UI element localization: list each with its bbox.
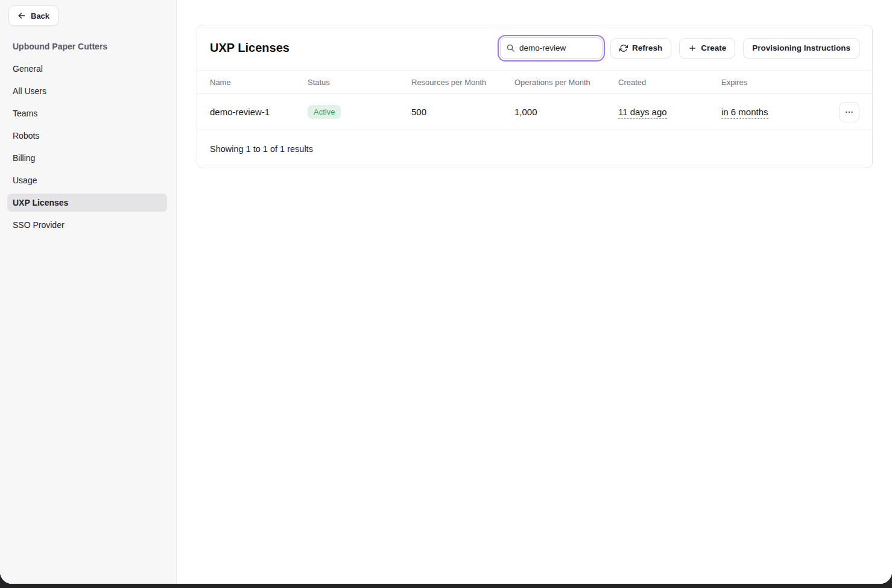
arrow-left-icon <box>17 11 26 20</box>
back-button[interactable]: Back <box>8 5 59 26</box>
sidebar-item-sso-provider[interactable]: SSO Provider <box>0 216 176 234</box>
column-header-created: Created <box>618 78 721 87</box>
sidebar: Back Upbound Paper Cutters General All U… <box>0 0 177 584</box>
refresh-icon <box>619 44 628 52</box>
expires-value[interactable]: in 6 months <box>721 107 768 119</box>
results-summary: Showing 1 to 1 of 1 results <box>210 144 313 154</box>
license-name: demo-review-1 <box>210 107 308 117</box>
column-header-resources: Resources per Month <box>411 78 514 87</box>
card-footer: Showing 1 to 1 of 1 results <box>197 130 872 168</box>
column-header-expires: Expires <box>721 78 824 87</box>
card-header: UXP Licenses Refresh <box>197 25 872 71</box>
create-button-label: Create <box>701 43 726 52</box>
operations-per-month-value: 1,000 <box>514 107 618 117</box>
search-input[interactable] <box>500 37 603 59</box>
actions-cell <box>839 102 859 122</box>
status-badge: Active <box>308 105 341 119</box>
column-header-name: Name <box>210 78 308 87</box>
back-button-label: Back <box>31 11 49 21</box>
table-row: demo-review-1 Active 500 1,000 11 days a… <box>197 94 872 130</box>
sidebar-item-robots[interactable]: Robots <box>0 127 176 145</box>
app-window: Back Upbound Paper Cutters General All U… <box>0 0 892 584</box>
sidebar-item-billing[interactable]: Billing <box>0 149 176 167</box>
created-value[interactable]: 11 days ago <box>618 107 667 119</box>
created-cell: 11 days ago <box>618 107 721 117</box>
column-header-status: Status <box>308 78 411 87</box>
page-title: UXP Licenses <box>210 41 289 55</box>
main-content: UXP Licenses Refresh <box>177 0 892 584</box>
refresh-button-label: Refresh <box>632 43 662 52</box>
sidebar-nav: General All Users Teams Robots Billing U… <box>0 60 176 234</box>
sidebar-item-general[interactable]: General <box>0 60 176 78</box>
plus-icon <box>688 44 697 52</box>
refresh-button[interactable]: Refresh <box>610 38 671 58</box>
uxp-licenses-card: UXP Licenses Refresh <box>197 25 873 168</box>
expires-cell: in 6 months <box>721 107 824 117</box>
provisioning-instructions-label: Provisioning Instructions <box>752 43 850 52</box>
ellipsis-icon <box>844 107 854 117</box>
org-name-heading: Upbound Paper Cutters <box>13 42 163 51</box>
status-cell: Active <box>308 105 411 119</box>
search-box <box>500 37 603 59</box>
create-button[interactable]: Create <box>679 38 735 58</box>
sidebar-item-teams[interactable]: Teams <box>0 104 176 122</box>
sidebar-item-usage[interactable]: Usage <box>0 171 176 189</box>
provisioning-instructions-button[interactable]: Provisioning Instructions <box>743 38 859 58</box>
column-header-operations: Operations per Month <box>514 78 618 87</box>
toolbar: Refresh Create Provisioning Instructions <box>500 37 859 59</box>
resources-per-month-value: 500 <box>411 107 514 117</box>
table-header: Name Status Resources per Month Operatio… <box>197 71 872 94</box>
sidebar-item-uxp-licenses[interactable]: UXP Licenses <box>7 194 167 212</box>
sidebar-item-all-users[interactable]: All Users <box>0 82 176 100</box>
row-actions-button[interactable] <box>839 102 859 122</box>
